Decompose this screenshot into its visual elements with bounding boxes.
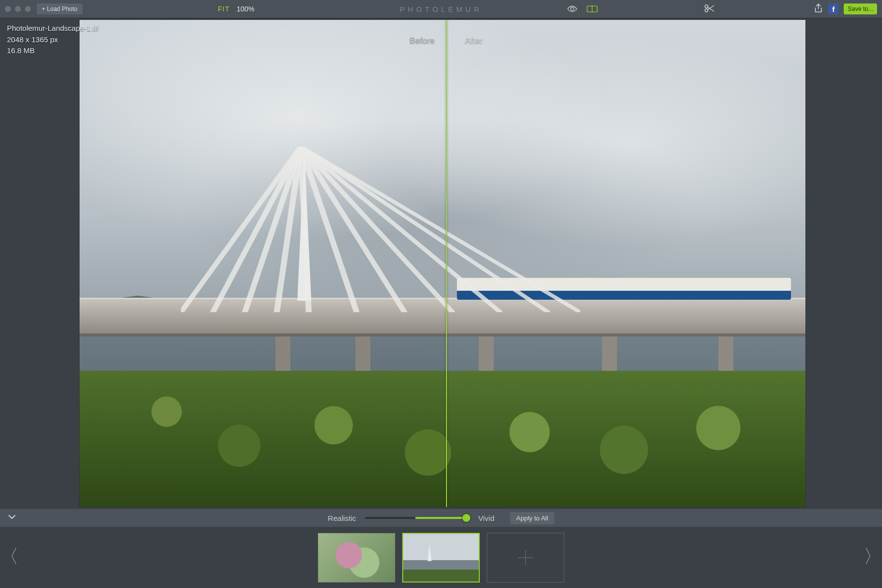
window-minimize-button[interactable] xyxy=(15,6,21,12)
svg-point-3 xyxy=(705,9,708,12)
slider-vivid-label: Vivid xyxy=(478,514,494,522)
zoom-100-button[interactable]: 100% xyxy=(237,5,255,13)
window-zoom-button[interactable] xyxy=(25,6,31,12)
load-photo-button[interactable]: + Load Photo xyxy=(37,3,83,14)
file-dimensions: 2048 x 1365 px xyxy=(7,34,98,46)
window-controls xyxy=(5,6,31,12)
compare-split-handle[interactable] xyxy=(446,20,447,507)
photo-bridge-pylon xyxy=(297,147,311,301)
enhancement-slider[interactable] xyxy=(365,517,469,519)
add-photo-thumbnail[interactable] xyxy=(487,533,564,583)
facebook-share-button[interactable]: f xyxy=(828,3,839,14)
slider-realistic-label: Realistic xyxy=(328,514,356,522)
thumbnail-2-selected[interactable] xyxy=(402,533,480,583)
eye-preview-icon[interactable] xyxy=(567,5,578,13)
before-label: Before xyxy=(410,36,435,46)
fit-to-screen-button[interactable]: FIT xyxy=(218,5,230,13)
crop-icon[interactable] xyxy=(704,4,715,14)
after-enhanced-overlay xyxy=(446,20,805,507)
svg-point-2 xyxy=(705,5,708,8)
apply-to-all-button[interactable]: Apply to All xyxy=(510,512,554,524)
enhancement-slider-bar: Realistic Vivid Apply to All xyxy=(0,509,882,527)
export-group: f Save to... xyxy=(814,3,877,15)
slider-thumb[interactable] xyxy=(462,514,470,522)
zoom-controls: FIT 100% xyxy=(218,5,255,13)
top-toolbar: + Load Photo FIT 100% PHOTOLEMUR f Save … xyxy=(0,0,882,18)
split-compare-icon[interactable] xyxy=(587,5,598,13)
share-icon[interactable] xyxy=(814,3,823,15)
file-info-overlay: Photolemur-Landscape-1.tif 2048 x 1365 p… xyxy=(7,23,98,57)
plus-icon xyxy=(518,550,533,565)
after-label: After xyxy=(465,36,483,46)
thumbnail-1[interactable] xyxy=(318,533,395,583)
before-after-divider xyxy=(449,36,450,46)
filmstrip xyxy=(0,527,882,588)
view-mode-group xyxy=(567,5,598,13)
filmstrip-next-button[interactable] xyxy=(859,541,877,574)
window-close-button[interactable] xyxy=(5,6,11,12)
app-title: PHOTOLEMUR xyxy=(400,5,482,13)
slider-fill xyxy=(415,517,469,519)
file-size: 16.8 MB xyxy=(7,45,98,57)
file-name: Photolemur-Landscape-1.tif xyxy=(7,23,98,34)
expand-panel-button[interactable] xyxy=(7,512,17,523)
save-to-button[interactable]: Save to... xyxy=(844,3,877,14)
filmstrip-prev-button[interactable] xyxy=(5,541,23,574)
image-viewer[interactable]: Before After xyxy=(80,20,805,507)
